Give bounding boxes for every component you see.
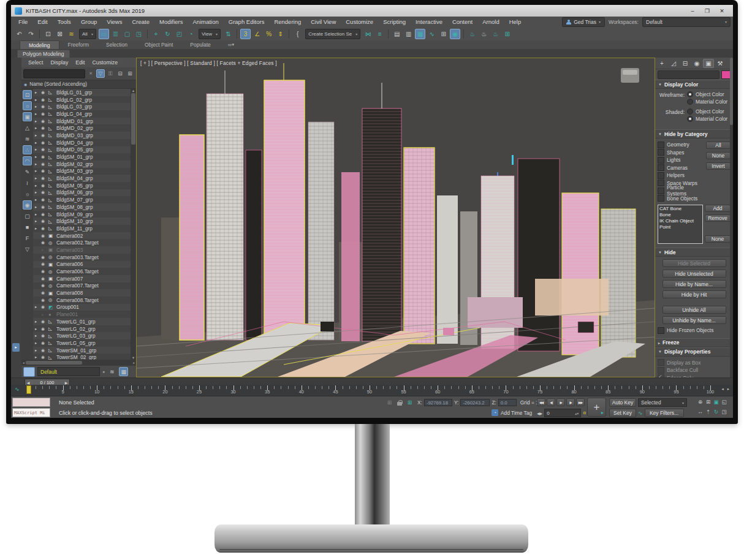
zoom-region-icon[interactable]: ◱ (720, 397, 728, 407)
close-button[interactable]: ✕ (715, 6, 729, 15)
visibility-eye-icon[interactable]: ◉ (41, 355, 47, 360)
visibility-eye-icon[interactable]: ◉ (41, 205, 47, 210)
rollout-display-properties[interactable]: ▼Display Properties (655, 347, 733, 357)
checkbox-lights[interactable]: Lights (658, 156, 705, 164)
rollout-freeze[interactable]: ▸Freeze (655, 338, 733, 347)
visibility-eye-icon[interactable]: ◉ (41, 341, 47, 346)
frame-step-icon[interactable]: ◀▶ (537, 411, 542, 415)
explorer-column-header[interactable]: ◉ Name (Sorted Ascending) (21, 80, 136, 89)
maxscript-mini-listener-macro[interactable] (12, 398, 50, 407)
explorer-row[interactable]: ▸◉◺TowerLG_05_grp (33, 339, 131, 347)
explorer-row[interactable]: ▸◉◺TowerSM_01_grp (33, 347, 131, 354)
menu-scripting[interactable]: Scripting (378, 18, 411, 25)
explorer-menu-display[interactable]: Display (47, 59, 71, 66)
object-name-field[interactable] (658, 70, 719, 79)
selection-filter-dropdown[interactable]: All▾ (79, 29, 96, 39)
redo-icon[interactable]: ↷ (26, 29, 36, 39)
visibility-eye-icon[interactable]: ◉ (41, 119, 47, 124)
checkbox-cameras[interactable]: Cameras (658, 164, 705, 172)
explorer-menu-edit[interactable]: Edit (72, 59, 88, 66)
explorer-row[interactable]: ▸◉◺BldgMD_05_grp (33, 146, 131, 154)
visibility-eye-icon[interactable]: ◉ (41, 140, 47, 145)
explorer-row[interactable]: ◉▣Camera002 (33, 232, 131, 240)
explorer-menu-select[interactable]: Select (25, 59, 46, 66)
trackbar-prev-icon[interactable]: ◂ (721, 387, 723, 392)
viewport-perspective[interactable]: [ + ] [ Perspective ] [ Standard ] [ Fac… (136, 58, 655, 377)
visibility-eye-icon[interactable]: ◉ (41, 90, 47, 95)
wireframe-object-color-radio[interactable]: Object Color (687, 91, 727, 97)
maxscript-mini-listener[interactable]: MAXScript Mi (12, 408, 50, 417)
shaded-object-color-radio[interactable]: Object Color (687, 108, 727, 115)
select-by-name-icon[interactable]: ☰ (110, 29, 121, 39)
go-to-end-button[interactable]: ▶▶ (576, 398, 585, 406)
explorer-row[interactable]: ▸◉◺TowerLG_01_grp (33, 318, 131, 325)
filter-pencil-icon[interactable]: ✎ (23, 167, 32, 176)
filter-helpers-icon[interactable]: △ (23, 123, 32, 132)
render-production-icon[interactable]: ♨ (490, 29, 501, 39)
selection-lock-icon[interactable] (397, 400, 402, 406)
align-icon[interactable]: ≡ (374, 29, 385, 39)
explorer-row[interactable]: ▸◉◺BldgSM_10_grp (33, 218, 131, 225)
ribbon-tab-modeling[interactable]: Modeling (20, 40, 59, 50)
explorer-row[interactable]: ▸◉◺BldgSM_03_grp (33, 168, 131, 175)
visibility-eye-icon[interactable]: ◉ (41, 112, 47, 116)
user-account-menu[interactable]: Ged Trias ▾ (562, 17, 605, 27)
hide-selected-button[interactable]: Hide Selected (662, 259, 726, 267)
angle-snap-icon[interactable]: ∠ (252, 29, 262, 39)
visibility-eye-icon[interactable]: ◉ (41, 97, 47, 102)
explorer-row[interactable]: ◉◎Camera008.Target (33, 297, 131, 304)
checkbox-backface-cull[interactable]: Backface Cull (658, 366, 731, 374)
explorer-row[interactable]: ▸◉◺BldgMD_02_grp (33, 124, 131, 132)
select-object-icon[interactable]: ▭ (99, 29, 109, 39)
explorer-row[interactable]: ▸◉◺BldgSM_06_grp (33, 189, 131, 197)
selection-region-icon[interactable]: ▢ (122, 29, 132, 39)
undo-icon[interactable]: ↶ (14, 29, 25, 39)
x-coordinate-field[interactable]: -92769.18 (424, 399, 452, 406)
shaded-material-color-radio[interactable]: Material Color (687, 116, 727, 122)
zoom-extents-icon[interactable]: ▣ (712, 397, 720, 407)
tree-expand-icon[interactable]: ⊞ (126, 69, 134, 78)
menu-help[interactable]: Help (504, 18, 526, 25)
layer-dropdown[interactable]: Default (37, 367, 100, 376)
explorer-horizontal-scrollbar[interactable]: ◂ ▸ (21, 360, 136, 365)
ribbon-tab-freeform[interactable]: Freeform (59, 40, 97, 49)
key-filters-button[interactable]: Key Filters... (645, 409, 684, 417)
select-and-scale-icon[interactable]: ◰ (174, 29, 184, 39)
visibility-eye-icon[interactable]: ◉ (41, 226, 47, 231)
explorer-row[interactable]: ▸◉◺TowerLG_02_grp (33, 325, 131, 333)
zoom-all-icon[interactable]: ⊞ (704, 397, 712, 407)
explorer-row[interactable]: ▸◉◺TowerSM_02_grp (33, 354, 131, 360)
ribbon-tab-object-paint[interactable]: Object Paint (136, 40, 181, 49)
unhide-by-name--button[interactable]: Unhide by Name... (662, 316, 726, 324)
material-editor-icon[interactable]: ◉ (450, 29, 460, 39)
visibility-eye-icon[interactable]: ◉ (41, 197, 47, 202)
minimize-button[interactable]: – (685, 6, 700, 15)
visibility-eye-icon[interactable]: ◉ (41, 276, 47, 281)
ribbon-config-icon[interactable]: ▭▾ (219, 40, 243, 49)
ribbon-tab-populate[interactable]: Populate (181, 40, 219, 49)
explorer-row[interactable]: ▸◉◺BldgLG_02_grp (33, 96, 131, 104)
none-button[interactable]: None (705, 235, 731, 243)
spinner-snap-icon[interactable]: ⇕ (275, 29, 286, 39)
visibility-eye-icon[interactable]: ◉ (41, 327, 47, 331)
next-frame-arrow[interactable]: ▶ (63, 380, 69, 385)
explorer-row[interactable]: ▸◉◺BldgMD_03_grp (33, 132, 131, 139)
next-frame-button[interactable]: |▶ (566, 398, 575, 406)
trackbar-next-icon[interactable]: ▸ (727, 387, 729, 392)
invert-button[interactable]: Invert (706, 162, 731, 170)
curve-editor-icon[interactable]: ∿ (427, 29, 437, 39)
menu-tools[interactable]: Tools (53, 18, 76, 25)
named-selection-sets-icon[interactable]: { (292, 29, 303, 39)
selection-set-dropdown[interactable]: Create Selection Se▾ (305, 29, 360, 39)
select-and-rotate-icon[interactable]: ↻ (162, 29, 173, 39)
explorer-vertical-scrollbar[interactable]: ▲ ▼ (131, 89, 136, 360)
mirror-icon[interactable]: ⋈ (363, 29, 373, 39)
add-button[interactable]: Add (705, 205, 731, 212)
filter-cameras-icon[interactable]: ▣ (23, 112, 32, 121)
active-layer-swatch[interactable] (23, 367, 35, 377)
previous-frame-arrow[interactable]: ◀ (25, 380, 31, 385)
explorer-row[interactable]: ▸◉◺BldgLG_03_grp (33, 103, 131, 110)
filter-wireframe-icon[interactable]: ▢ (23, 211, 32, 221)
filter-bones-icon[interactable]: ◠ (23, 156, 32, 165)
ribbon-tab-selection[interactable]: Selection (97, 40, 136, 49)
